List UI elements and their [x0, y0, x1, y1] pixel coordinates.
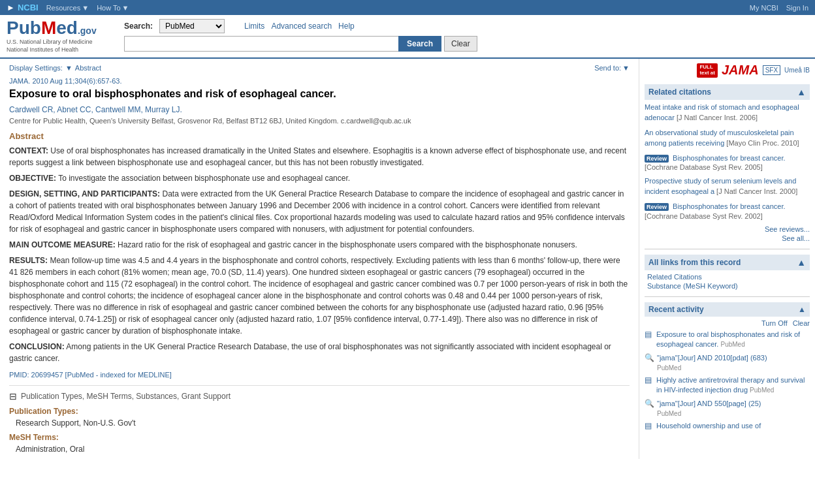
search-bar: Search Clear — [124, 36, 808, 52]
design-label: DESIGN, SETTING, AND PARTICIPANTS: — [9, 189, 160, 198]
pubmed-logo: PubMed.gov — [7, 19, 111, 37]
sidebar-divider-1 — [645, 249, 810, 249]
jama-logo[interactable]: JAMA — [722, 63, 759, 78]
display-format: Abstract — [75, 64, 101, 72]
related-citations-link[interactable]: Related Citations — [647, 273, 810, 281]
activity-3: ▤ Highly active antiretroviral therapy a… — [645, 375, 810, 396]
activity-5-link[interactable]: Household ownership and use of — [656, 422, 761, 430]
activity-5-icon: ▤ — [645, 421, 654, 430]
see-reviews-link[interactable]: See reviews... — [645, 225, 810, 233]
article-affiliation: Centre for Public Health, Queen's Univer… — [9, 117, 630, 125]
activity-2-source: PubMed — [657, 364, 681, 371]
my-ncbi-link[interactable]: My NCBI — [750, 4, 778, 12]
pub-types-section: ⊟ Publication Types, MeSH Terms, Substan… — [9, 385, 630, 454]
display-settings-link[interactable]: Display Settings: — [9, 64, 63, 72]
search-input[interactable] — [124, 36, 398, 52]
activity-2-text: "jama"[Jour] AND 2010[pdat] (683) PubMed — [657, 353, 767, 371]
pub-types-title: Publication Types: — [9, 407, 630, 416]
context-label: CONTEXT: — [9, 146, 48, 155]
main-label: MAIN OUTCOME MEASURE: — [9, 240, 116, 249]
activity-2: 🔍 "jama"[Jour] AND 2010[pdat] (683) PubM… — [645, 353, 810, 371]
substance-link[interactable]: Substance (MeSH Keyword) — [647, 282, 810, 290]
activity-3-source: PubMed — [750, 386, 774, 394]
limits-link[interactable]: Limits — [244, 22, 264, 31]
resources-dropdown-icon: ▼ — [82, 4, 89, 12]
recent-activity-controls: Turn Off Clear — [645, 319, 810, 327]
search-label: Search: — [124, 22, 153, 31]
content-area: Display Settings: ▼ Abstract Send to: ▼ … — [0, 59, 639, 459]
clear-activity-link[interactable]: Clear — [793, 319, 810, 327]
top-nav-right: My NCBI Sign In — [750, 4, 808, 12]
citation-2: An observational study of musculoskeleta… — [645, 128, 810, 148]
activity-5-text: Household ownership and use of — [656, 421, 761, 431]
activity-1: ▤ Exposure to oral bisphosphonates and r… — [645, 330, 810, 350]
citation-3-link[interactable]: Bisphosphonates for breast cancer. — [673, 154, 785, 162]
context-text: Use of oral bisphosphonates has increase… — [9, 146, 626, 167]
recent-activity-collapse[interactable]: ▲ — [798, 305, 806, 314]
citation-3: Review Bisphosphonates for breast cancer… — [645, 153, 810, 171]
results-text: Mean follow-up time was 4.5 and 4.4 year… — [9, 256, 628, 336]
sfx-logo[interactable]: SFX — [763, 65, 780, 75]
article-journal: JAMA. 2010 Aug 11;304(6):657-63. — [9, 77, 630, 85]
pmid-link[interactable]: PMID: 20699457 [PubMed - indexed for MED… — [9, 371, 172, 379]
activity-4-icon: 🔍 — [645, 399, 654, 408]
search-database-select[interactable]: PubMed — [159, 19, 225, 33]
abstract-results: RESULTS: Mean follow-up time was 4.5 and… — [9, 255, 630, 337]
all-links-section: All links from this record ▲ Related Cit… — [645, 255, 810, 290]
objective-label: OBJECTIVE: — [9, 174, 56, 183]
pmid-line: PMID: 20699457 [PubMed - indexed for MED… — [9, 371, 630, 379]
howto-menu[interactable]: How To ▼ — [97, 4, 129, 12]
citation-5-link[interactable]: Bisphosphonates for breast cancer. — [673, 202, 785, 210]
abstract-conclusion: CONCLUSION: Among patients in the UK Gen… — [9, 341, 630, 364]
article-authors[interactable]: Cardwell CR, Abnet CC, Cantwell MM, Murr… — [9, 105, 630, 114]
top-nav-left: ► NCBI Resources ▼ How To ▼ — [7, 3, 129, 12]
umea-logo[interactable]: Umeå IB — [784, 67, 810, 74]
ncbi-logo[interactable]: ► NCBI — [7, 3, 39, 12]
pubmed-logo-area: PubMed.gov U.S. National Library of Medi… — [7, 19, 111, 54]
citation-5-journal: [Cochrane Database Syst Rev. 2002] — [645, 212, 763, 220]
recent-activity-section: Recent activity ▲ Turn Off Clear ▤ Expos… — [645, 302, 810, 432]
related-citations-header: Related citations ▲ — [645, 84, 810, 100]
display-settings-left: Display Settings: ▼ Abstract — [9, 64, 101, 72]
header: PubMed.gov U.S. National Library of Medi… — [0, 15, 815, 59]
all-links-title: All links from this record — [648, 258, 741, 267]
activity-3-link[interactable]: Highly active antiretroviral therapy and… — [656, 376, 805, 394]
abstract-objective: OBJECTIVE: To investigate the associatio… — [9, 172, 630, 184]
all-links-collapse[interactable]: ▲ — [797, 257, 806, 268]
activity-2-icon: 🔍 — [645, 353, 654, 362]
see-all-link[interactable]: See all... — [645, 234, 810, 242]
clear-search-button[interactable]: Clear — [444, 36, 477, 52]
conclusion-label: CONCLUSION: — [9, 342, 65, 351]
sidebar-divider-2 — [645, 296, 810, 297]
activity-5: ▤ Household ownership and use of — [645, 421, 810, 431]
search-area: Search: PubMed Limits Advanced search He… — [124, 19, 808, 52]
send-to[interactable]: Send to: ▼ — [594, 64, 630, 72]
resources-menu[interactable]: Resources ▼ — [46, 4, 89, 12]
display-settings-dropdown-icon[interactable]: ▼ — [65, 64, 72, 72]
related-citations-title: Related citations — [648, 87, 711, 97]
toggle-icon: ⊟ — [9, 391, 17, 402]
activity-3-text: Highly active antiretroviral therapy and… — [656, 375, 810, 396]
activity-2-link[interactable]: "jama"[Jour] AND 2010[pdat] (683) — [657, 354, 767, 362]
mesh-title: MeSH Terms: — [9, 433, 630, 442]
citation-2-journal: [Mayo Clin Proc. 2010] — [726, 139, 799, 147]
top-navigation: ► NCBI Resources ▼ How To ▼ My NCBI Sign… — [0, 0, 815, 15]
turn-off-link[interactable]: Turn Off — [761, 319, 788, 327]
activity-4-text: "jama"[Jour] AND 550[page] (25) PubMed — [657, 399, 761, 417]
nlm-text: U.S. National Library of Medicine Nation… — [7, 39, 111, 54]
sign-in-link[interactable]: Sign In — [786, 4, 808, 12]
related-citations-collapse[interactable]: ▲ — [797, 87, 806, 97]
full-text-logo[interactable]: FULLtext at — [697, 63, 718, 78]
search-button[interactable]: Search — [398, 36, 441, 52]
display-settings-bar: Display Settings: ▼ Abstract Send to: ▼ — [9, 64, 630, 72]
advanced-search-link[interactable]: Advanced search — [271, 22, 332, 31]
citation-5: Review Bisphosphonates for breast cancer… — [645, 202, 810, 219]
all-links-header: All links from this record ▲ — [645, 255, 810, 270]
activity-4: 🔍 "jama"[Jour] AND 550[page] (25) PubMed — [645, 399, 810, 417]
conclusion-text: Among patients in the UK General Practic… — [9, 342, 611, 363]
help-link[interactable]: Help — [338, 22, 355, 31]
pub-type-1: Research Support, Non-U.S. Gov't — [9, 418, 630, 428]
main-container: Display Settings: ▼ Abstract Send to: ▼ … — [0, 59, 815, 459]
activity-4-link[interactable]: "jama"[Jour] AND 550[page] (25) — [657, 400, 761, 407]
section-toggle[interactable]: ⊟ Publication Types, MeSH Terms, Substan… — [9, 391, 630, 402]
